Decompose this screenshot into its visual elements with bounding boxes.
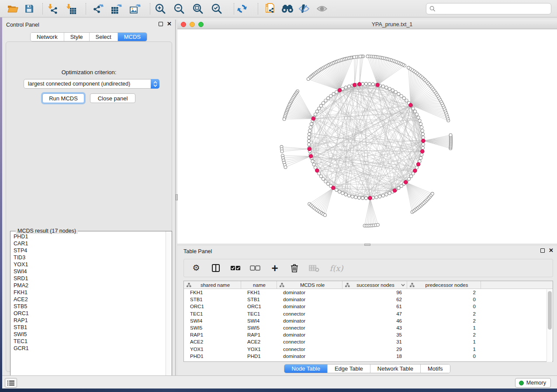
zoom-in-button[interactable] — [153, 2, 168, 16]
mcds-result-item[interactable]: STB1 — [10, 324, 166, 331]
mcds-node[interactable] — [416, 162, 420, 166]
table-cell[interactable]: dominator — [277, 317, 343, 324]
table-cell[interactable]: 18 — [343, 353, 407, 360]
ring-node[interactable] — [319, 175, 322, 178]
table-cell[interactable]: 35 — [343, 331, 407, 338]
ring-node[interactable] — [344, 193, 347, 196]
ring-node[interactable] — [344, 86, 347, 89]
mcds-result-item[interactable]: PHD1 — [10, 233, 166, 240]
ring-node[interactable] — [400, 94, 403, 97]
column-header[interactable]: name — [241, 281, 277, 289]
close-panel-icon[interactable]: ✕ — [167, 22, 172, 26]
mcds-result-item[interactable]: RAP1 — [10, 317, 166, 324]
ring-node[interactable] — [341, 192, 344, 195]
memory-button[interactable]: Memory — [515, 378, 551, 388]
ring-node[interactable] — [422, 143, 425, 146]
tab-edge-table[interactable]: Edge Table — [328, 364, 370, 373]
ring-node[interactable] — [400, 185, 403, 188]
ring-node[interactable] — [420, 126, 423, 129]
mcds-result-item[interactable]: FKH1 — [10, 289, 166, 296]
ring-node[interactable] — [324, 99, 327, 102]
ring-node[interactable] — [410, 175, 413, 178]
table-cell[interactable]: TEC1 — [241, 310, 277, 317]
ring-node[interactable] — [388, 87, 391, 90]
ring-node[interactable] — [364, 82, 367, 85]
mcds-node[interactable] — [332, 186, 336, 190]
ring-node[interactable] — [311, 160, 314, 163]
ring-node[interactable] — [308, 133, 311, 136]
zoom-selected-button[interactable] — [209, 2, 224, 16]
table-cell[interactable]: YOX1 — [241, 346, 277, 353]
ring-node[interactable] — [319, 104, 322, 107]
ring-node[interactable] — [418, 119, 421, 122]
table-cell[interactable]: SWI4 — [184, 317, 241, 324]
table-cell[interactable]: dominator — [277, 331, 343, 338]
ring-node[interactable] — [397, 93, 400, 96]
first-neighbors-button[interactable] — [280, 2, 295, 16]
ring-node[interactable] — [335, 189, 338, 192]
leaf-node[interactable] — [377, 224, 380, 227]
scrollbar-thumb[interactable] — [548, 291, 552, 330]
table-cell[interactable]: connector — [277, 346, 343, 353]
select-all-columns-button[interactable] — [230, 263, 241, 273]
table-cell[interactable]: connector — [277, 310, 343, 317]
mcds-node[interactable] — [376, 83, 380, 87]
network-canvas[interactable] — [177, 29, 557, 244]
delete-column-button[interactable] — [289, 263, 300, 273]
ring-node[interactable] — [347, 194, 350, 197]
ring-node[interactable] — [417, 116, 420, 119]
mcds-node[interactable] — [315, 168, 319, 172]
ring-node[interactable] — [421, 146, 424, 149]
splitter-grip[interactable] — [364, 244, 370, 246]
ring-node[interactable] — [327, 96, 330, 100]
mcds-result-item[interactable]: SWI5 — [10, 331, 166, 338]
table-cell[interactable]: 0 — [407, 353, 481, 360]
tab-motifs[interactable]: Motifs — [421, 364, 450, 373]
mcds-result-item[interactable]: PMA2 — [10, 282, 166, 289]
table-cell[interactable]: 61 — [343, 303, 407, 310]
save-session-button[interactable] — [22, 2, 37, 16]
ring-node[interactable] — [364, 196, 367, 199]
table-row[interactable]: FKH1FKH1dominator962 — [184, 289, 553, 296]
table-cell[interactable]: 2 — [407, 331, 481, 338]
delete-table-button[interactable] — [309, 263, 319, 273]
mcds-node[interactable] — [338, 89, 342, 93]
table-cell[interactable]: 2 — [407, 317, 481, 324]
leaf-node[interactable] — [431, 192, 434, 195]
tab-network-table[interactable]: Network Table — [370, 364, 421, 373]
mcds-node[interactable] — [393, 189, 397, 193]
tab-node-table[interactable]: Node Table — [284, 364, 328, 373]
ring-node[interactable] — [351, 195, 354, 198]
ring-node[interactable] — [310, 122, 313, 125]
network-window-titlebar[interactable]: YPA_prune.txt_1 — [177, 20, 557, 29]
mcds-result-item[interactable]: GCR1 — [10, 345, 166, 352]
network-from-file-button[interactable] — [263, 2, 278, 16]
table-cell[interactable]: 62 — [343, 296, 407, 303]
table-cell[interactable]: 46 — [343, 317, 407, 324]
horizontal-splitter[interactable] — [177, 244, 557, 246]
leaf-node[interactable] — [407, 66, 410, 69]
ring-node[interactable] — [405, 99, 408, 102]
ring-node[interactable] — [312, 163, 315, 166]
ring-node[interactable] — [388, 192, 391, 195]
column-header[interactable]: predecessor nodes — [407, 281, 481, 289]
table-row[interactable]: RAP1RAP1dominator352 — [184, 331, 553, 338]
table-cell[interactable]: 29 — [343, 346, 407, 353]
ring-node[interactable] — [315, 110, 318, 113]
ring-node[interactable] — [338, 190, 341, 193]
table-row[interactable]: STB1STB1dominator620 — [184, 296, 553, 303]
ring-node[interactable] — [322, 177, 325, 180]
table-cell[interactable]: ACE2 — [184, 338, 241, 345]
table-row[interactable]: YOX1YOX1connector291 — [184, 346, 553, 353]
table-cell[interactable]: TEC1 — [184, 310, 241, 317]
ring-node[interactable] — [378, 195, 381, 198]
import-table-button[interactable] — [64, 2, 79, 16]
ring-node[interactable] — [318, 107, 321, 110]
mcds-result-item[interactable]: TID3 — [10, 254, 166, 261]
leaf-node[interactable] — [307, 78, 310, 81]
search-input[interactable] — [438, 6, 551, 12]
ring-node[interactable] — [375, 196, 378, 199]
mcds-result-item[interactable]: ORC1 — [10, 310, 166, 317]
table-cell[interactable]: 0 — [407, 296, 481, 303]
leaf-node[interactable] — [359, 55, 362, 58]
